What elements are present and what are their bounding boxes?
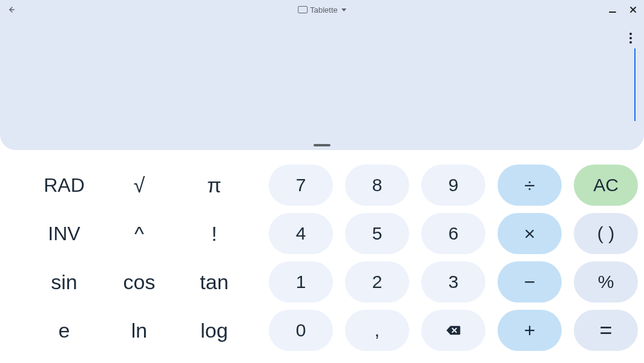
all-clear-key[interactable]: AC xyxy=(574,165,638,206)
backspace-key[interactable] xyxy=(421,310,485,351)
factorial-key[interactable]: ! xyxy=(177,213,252,254)
equals-key[interactable]: = xyxy=(574,310,638,351)
percent-key[interactable]: % xyxy=(574,261,638,302)
tan-key[interactable]: tan xyxy=(177,261,252,302)
log-key[interactable]: log xyxy=(177,310,252,351)
rad-key[interactable]: RAD xyxy=(27,165,102,206)
digit-6-key[interactable]: 6 xyxy=(421,213,485,254)
back-button[interactable] xyxy=(6,5,16,15)
digit-2-key[interactable]: 2 xyxy=(345,261,409,302)
operator-keys: ÷ × − + xyxy=(498,165,562,351)
digit-5-key[interactable]: 5 xyxy=(345,213,409,254)
parentheses-key[interactable]: ( ) xyxy=(574,213,638,254)
tablet-icon xyxy=(298,6,307,13)
input-cursor xyxy=(634,48,636,121)
digit-0-key[interactable]: 0 xyxy=(269,310,333,351)
action-keys: AC ( ) % = xyxy=(574,165,638,351)
subtract-key[interactable]: − xyxy=(498,261,562,302)
add-key[interactable]: + xyxy=(498,310,562,351)
drag-handle[interactable] xyxy=(314,144,330,146)
more-menu-button[interactable] xyxy=(629,33,632,44)
titlebar: Tablette xyxy=(0,0,644,19)
close-button[interactable] xyxy=(628,5,638,15)
kebab-dot-icon xyxy=(629,37,632,39)
digit-7-key[interactable]: 7 xyxy=(269,165,333,206)
digit-1-key[interactable]: 1 xyxy=(269,261,333,302)
device-mode-selector[interactable]: Tablette xyxy=(298,5,346,15)
cos-key[interactable]: cos xyxy=(102,261,177,302)
divide-key[interactable]: ÷ xyxy=(498,165,562,206)
scientific-keys: RAD √ π INV ^ ! sin cos tan e ln log xyxy=(27,165,252,351)
keypad: RAD √ π INV ^ ! sin cos tan e ln log 7 8… xyxy=(0,150,644,363)
digit-4-key[interactable]: 4 xyxy=(269,213,333,254)
power-key[interactable]: ^ xyxy=(102,213,177,254)
chevron-down-icon xyxy=(341,8,346,11)
pi-key[interactable]: π xyxy=(177,165,252,206)
e-key[interactable]: e xyxy=(27,310,102,351)
digit-3-key[interactable]: 3 xyxy=(421,261,485,302)
sqrt-key[interactable]: √ xyxy=(102,165,177,206)
sin-key[interactable]: sin xyxy=(27,261,102,302)
kebab-dot-icon xyxy=(629,33,632,35)
inv-key[interactable]: INV xyxy=(27,213,102,254)
backspace-icon xyxy=(445,324,461,336)
calculator-display xyxy=(0,19,644,150)
decimal-key[interactable]: , xyxy=(345,310,409,351)
minimize-button[interactable] xyxy=(608,5,617,15)
kebab-dot-icon xyxy=(629,41,632,44)
device-mode-label: Tablette xyxy=(310,5,338,15)
ln-key[interactable]: ln xyxy=(102,310,177,351)
digit-9-key[interactable]: 9 xyxy=(421,165,485,206)
digit-keys: 7 8 9 4 5 6 1 2 3 0 , xyxy=(269,165,485,351)
multiply-key[interactable]: × xyxy=(498,213,562,254)
digit-8-key[interactable]: 8 xyxy=(345,165,409,206)
